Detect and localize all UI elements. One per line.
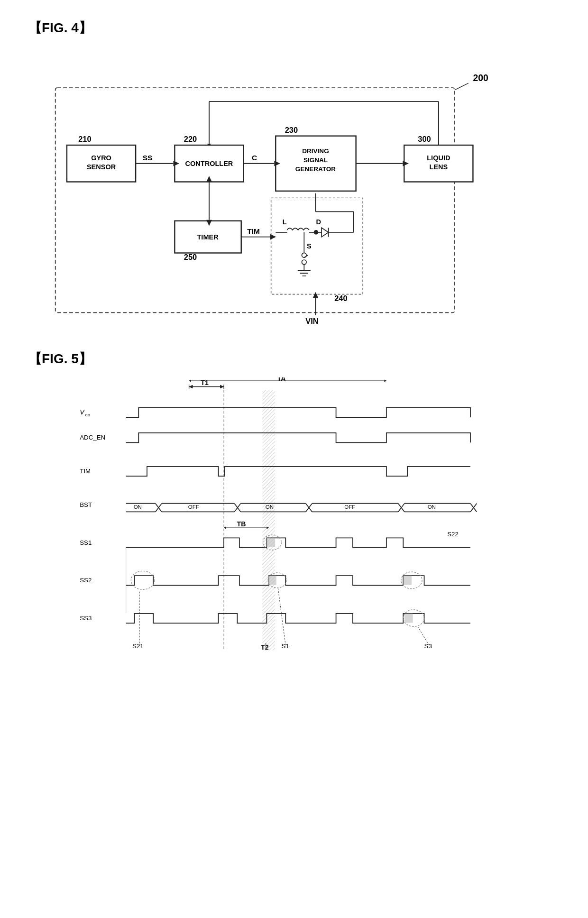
gyro-sensor-text1: GYRO	[91, 154, 111, 162]
page-container: 【FIG. 4】 200 GYRO SENSOR 210 CONTROLLER …	[0, 0, 588, 918]
timer-text: TIMER	[197, 233, 219, 241]
fig5-label: 【FIG. 5】	[28, 350, 560, 368]
t1-label: T1	[201, 379, 209, 386]
fig5-diagram: V co ADC_EN TIM BST SS1 SS2 SS3	[28, 377, 560, 671]
fig5-svg: V co ADC_EN TIM BST SS1 SS2 SS3	[43, 377, 545, 671]
gyro-number: 210	[78, 135, 91, 143]
bst-on1-label: ON	[134, 504, 142, 510]
s3-arrow	[418, 627, 429, 645]
t2-label: T2	[261, 643, 269, 651]
inductor-L-label: L	[283, 218, 287, 226]
dsg-text2: SIGNAL	[303, 156, 328, 164]
boost-number: 240	[334, 294, 347, 303]
ta-arrow-left	[189, 379, 191, 382]
s22-sample	[403, 576, 412, 585]
ss1-sample	[266, 538, 275, 547]
fig4-svg: 200 GYRO SENSOR 210 CONTROLLER 220 DRIVI…	[33, 46, 555, 331]
tim-waveform	[126, 467, 470, 476]
ss3-label: SS3	[80, 615, 92, 622]
dsg-number: 230	[285, 126, 298, 134]
ta-label: TA	[277, 377, 286, 382]
gyro-sensor-text2: SENSOR	[87, 163, 116, 171]
t2-hatch-region	[263, 390, 276, 651]
tim-label: TIM	[247, 227, 260, 235]
timer-number: 250	[184, 253, 197, 261]
liquid-lens-text1: LIQUID	[427, 154, 450, 162]
s1-sample	[268, 576, 276, 585]
bst-off2-label: OFF	[344, 504, 355, 510]
bst-on3-label: ON	[428, 504, 436, 510]
tb-label: TB	[237, 520, 246, 528]
s1-label: S1	[281, 643, 289, 650]
fig4-diagram: 200 GYRO SENSOR 210 CONTROLLER 220 DRIVI…	[33, 46, 555, 331]
switch-S-label: S	[307, 242, 312, 250]
system-border	[55, 88, 455, 312]
diode-D-label: D	[316, 218, 321, 226]
s1-arrow	[278, 588, 285, 645]
vco-waveform	[126, 408, 470, 417]
adcen-label: ADC_EN	[80, 434, 105, 441]
ss1-waveform	[126, 538, 470, 547]
ss3-waveform	[126, 614, 470, 623]
ss1-label: SS1	[80, 539, 92, 546]
liquid-lens-text2: LENS	[430, 163, 448, 171]
ss2-label: SS2	[80, 577, 92, 584]
bst-label: BST	[80, 501, 92, 508]
ta-arrow-right	[384, 379, 386, 382]
boost-converter-box	[271, 198, 363, 294]
svg-line-0	[455, 83, 469, 90]
s21-label: S21	[132, 643, 144, 650]
inductor-symbol	[287, 228, 309, 230]
c-label: C	[252, 154, 257, 162]
vco-label: V	[80, 408, 85, 416]
diode-triangle	[322, 228, 329, 237]
ss-label: SS	[143, 154, 153, 162]
controller-number: 220	[184, 135, 197, 143]
s3-label: S3	[424, 643, 432, 650]
system-200-label: 200	[473, 73, 488, 83]
vco-subscript: co	[85, 412, 90, 417]
bst-off1-label: OFF	[188, 504, 199, 510]
tim-arrow	[270, 234, 276, 240]
controller-text: CONTROLLER	[185, 160, 233, 167]
s22-label: S22	[447, 531, 459, 538]
bst-on2-label: ON	[266, 504, 274, 510]
fig4-label: 【FIG. 4】	[28, 19, 560, 37]
switch-circle2	[302, 260, 306, 265]
adcen-waveform	[126, 433, 470, 442]
liquid-lens-number: 300	[418, 135, 431, 143]
dsg-text3: GENERATOR	[295, 165, 336, 173]
tim-label: TIM	[80, 468, 91, 475]
dsg-text1: DRIVING	[302, 147, 329, 155]
s3-sample	[404, 614, 413, 623]
vin-label: VIN	[305, 317, 318, 325]
ss2-waveform	[126, 576, 470, 585]
